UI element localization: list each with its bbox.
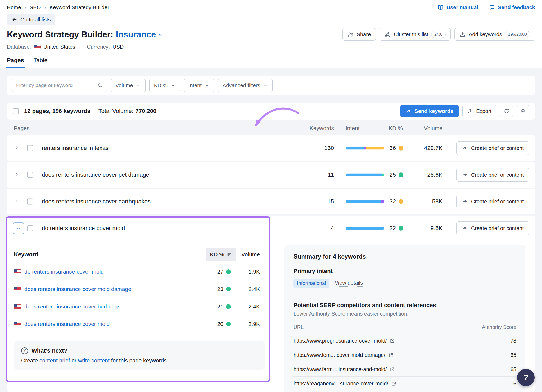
column-volume: Volume: [424, 125, 442, 131]
column-intent: Intent: [346, 125, 360, 131]
export-button[interactable]: Export: [462, 105, 496, 117]
kd-dot: [226, 322, 231, 326]
competitor-url[interactable]: https://www.farm... insurance-and-mold/: [293, 366, 395, 372]
competitor-row: https://www.lem...-cover-mold-damage/ 65: [293, 348, 516, 362]
keyword-link[interactable]: does renters insurance cover mold damage: [24, 286, 131, 292]
intent-bar: [346, 200, 384, 203]
question-circle-icon: ?: [21, 347, 28, 354]
competitor-url[interactable]: https://reaganenvi...surance-cover-mold/: [293, 381, 396, 387]
external-link-icon[interactable]: [390, 367, 395, 372]
search-input[interactable]: [12, 79, 93, 92]
external-link-icon[interactable]: [391, 381, 396, 386]
authority-score: 78: [511, 338, 516, 344]
create-brief-button[interactable]: Create brief or content: [456, 141, 529, 155]
keyword-link[interactable]: does renters insurance cover mold: [24, 321, 110, 327]
create-brief-button[interactable]: Create brief or content: [456, 195, 529, 208]
keyword-link[interactable]: does renters insurance cover bed bugs: [24, 303, 120, 310]
row-checkbox[interactable]: [27, 199, 33, 205]
book-icon: [437, 4, 444, 11]
table-row: does renters insurance cover pet damage …: [7, 162, 535, 188]
expand-chevron-icon[interactable]: [14, 199, 19, 204]
table-row: does renters insurance cover earthquakes…: [7, 189, 535, 214]
chevron-down-icon: [157, 31, 163, 37]
kd-value: 20: [217, 321, 231, 327]
kd-sort-header[interactable]: KD %: [206, 248, 236, 261]
send-keywords-button[interactable]: Send keywords: [400, 105, 459, 117]
database-meta: Database: United States Currency: USD: [0, 41, 542, 50]
refresh-button[interactable]: [500, 105, 513, 117]
volume-value: 58K: [432, 198, 442, 205]
column-pages: Pages: [14, 125, 30, 131]
external-link-icon[interactable]: [388, 353, 394, 358]
table-column-headers: Pages Keywords Intent KD % Volume: [7, 121, 535, 135]
keyword-link[interactable]: do renters insurance cover mold: [24, 268, 104, 275]
intent-bar: [346, 147, 384, 150]
user-manual-link[interactable]: User manual: [437, 4, 478, 11]
authority-score: 65: [511, 366, 516, 372]
list-name-dropdown[interactable]: Insurance: [116, 30, 163, 39]
competitor-url[interactable]: https://www.lem...-cover-mold-damage/: [293, 352, 394, 358]
cluster-list-button[interactable]: Cluster this list 2/30: [380, 28, 451, 41]
volume-value: 28.6K: [427, 171, 443, 178]
search-button[interactable]: [93, 79, 107, 92]
create-brief-button[interactable]: Create brief or content: [456, 221, 529, 235]
cluster-icon: [385, 31, 391, 38]
volume-value: 2.4K: [249, 286, 260, 292]
table-row: renters insurance in texas 130 36 429.7K…: [7, 135, 535, 161]
keyword-row: does renters insurance cover mold damage…: [14, 280, 265, 298]
selection-toolbar: 12 pages, 196 keywords Total Volume: 770…: [7, 103, 535, 120]
cluster-count-badge: 2/30: [431, 31, 446, 38]
authority-score: 65: [511, 352, 516, 358]
kd-filter-dropdown[interactable]: KD %: [149, 79, 180, 92]
kd-value: 36: [390, 145, 403, 152]
kd-value: 27: [217, 268, 231, 275]
send-feedback-link[interactable]: Send feedback: [489, 4, 535, 11]
us-flag-icon: [14, 269, 21, 274]
external-link-icon[interactable]: [390, 338, 395, 344]
competitor-url[interactable]: https://www.progr...surance-cover-mold/: [293, 338, 395, 344]
breadcrumb-home[interactable]: Home: [7, 4, 21, 11]
volume-filter-dropdown[interactable]: Volume: [111, 79, 146, 92]
expand-chevron-icon[interactable]: [14, 145, 19, 151]
whats-next-text: Create content brief or write content fo…: [21, 357, 257, 364]
expanded-page-row: do renters insurance cover mold 4 22 9.6…: [7, 216, 535, 392]
write-content-link[interactable]: write content: [78, 357, 110, 363]
delete-button[interactable]: [517, 105, 529, 117]
page-name: does renters insurance cover pet damage: [42, 171, 149, 178]
keywords-count: 11: [328, 171, 334, 178]
tab-table[interactable]: Table: [34, 57, 48, 68]
help-button[interactable]: ?: [517, 369, 535, 386]
breadcrumb-current: Keyword Strategy Builder: [49, 4, 109, 11]
keywords-count: 4: [331, 225, 334, 232]
breadcrumb-separator: ›: [24, 4, 26, 11]
volume-value: 2.4K: [249, 303, 260, 310]
page-header: Home › SEO › Keyword Strategy Builder Us…: [0, 0, 542, 68]
breadcrumb-seo[interactable]: SEO: [30, 4, 41, 11]
column-kd: KD %: [389, 125, 403, 131]
advanced-filters-dropdown[interactable]: Advanced filters: [218, 79, 273, 92]
add-keywords-button[interactable]: Add keywords 196/2,000: [454, 28, 535, 41]
column-volume: Volume: [241, 251, 260, 258]
share-button[interactable]: Share: [342, 28, 376, 41]
page-title: Keyword Strategy Builder: Insurance: [7, 30, 163, 39]
content-brief-link[interactable]: content brief: [39, 357, 70, 363]
tab-pages[interactable]: Pages: [7, 57, 24, 68]
page-name: do renters insurance cover mold: [42, 225, 125, 232]
row-checkbox[interactable]: [27, 225, 33, 231]
intent-filter-dropdown[interactable]: Intent: [184, 79, 214, 92]
table-row-expanded-header: do renters insurance cover mold 4 22 9.6…: [7, 216, 535, 241]
collapse-chevron-button[interactable]: [13, 222, 24, 234]
expand-chevron-icon[interactable]: [14, 172, 19, 178]
volume-value: 2.9K: [249, 321, 260, 327]
view-details-link[interactable]: View details: [335, 280, 363, 287]
forward-arrow-icon: [462, 172, 468, 178]
row-checkbox[interactable]: [27, 145, 33, 151]
chevron-down-icon: [263, 83, 268, 88]
create-brief-button[interactable]: Create brief or content: [456, 168, 529, 182]
select-all-checkbox[interactable]: [13, 108, 19, 114]
go-to-all-lists-button[interactable]: Go to all lists: [7, 14, 55, 25]
kd-value: 22: [390, 225, 403, 232]
chat-icon: [489, 4, 495, 11]
page-name: renters insurance in texas: [42, 145, 109, 152]
row-checkbox[interactable]: [27, 172, 33, 178]
